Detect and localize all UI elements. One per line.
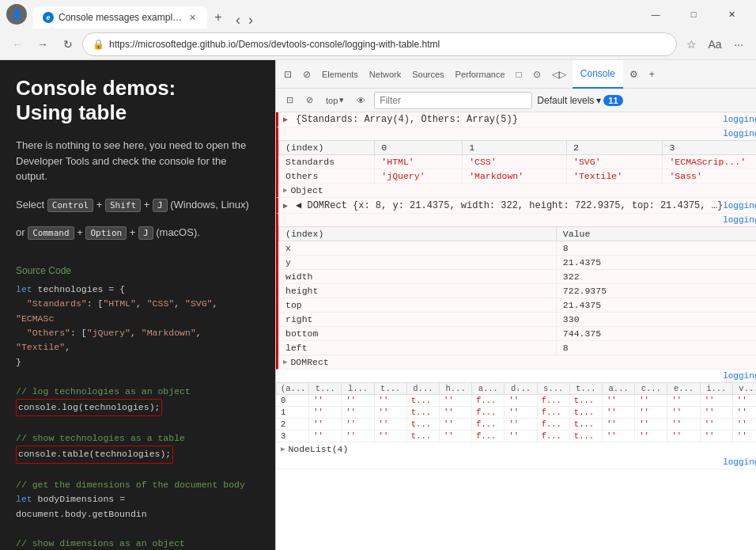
col-header-3: 3 — [663, 141, 756, 155]
no-cache-button[interactable]: ⊘ — [298, 64, 316, 85]
entry-4-link[interactable]: logging-with-table.html:32 — [723, 215, 756, 225]
row-key: x — [279, 241, 557, 256]
col-header-2: 2 — [567, 141, 663, 155]
table-footer[interactable]: ▶ Object — [278, 184, 756, 197]
console-entry-4: logging-with-table.html:32 (index) Value… — [276, 214, 756, 370]
network-tab[interactable]: Network — [365, 64, 406, 85]
expand-icon: ▶ — [281, 445, 285, 453]
browser-chrome: 👤 Console messages examples: Us... ✕ + ‹… — [0, 0, 756, 60]
devtools-toolbar: ⊡ ⊘ Elements Network Sources Performance… — [276, 60, 756, 89]
performance-tab[interactable]: Performance — [451, 64, 510, 85]
table-row: left8 — [279, 341, 757, 355]
entry-5-header: logging-with-table.html:37 — [276, 370, 756, 382]
cell: '' — [440, 395, 472, 407]
table-row: Standards 'HTML' 'CSS' 'SVG' 'ECMAScrip.… — [279, 155, 757, 169]
elements-tab[interactable]: Elements — [317, 64, 363, 85]
nh: e... — [667, 383, 700, 395]
col-header-index: (index) — [279, 227, 557, 241]
read-aloud-button[interactable]: Aa — [704, 33, 726, 55]
entry-1-header[interactable]: ▶ {Standards: Array(4), Others: Array(5)… — [278, 112, 756, 127]
table-row: bottom744.375 — [279, 327, 757, 341]
cell: f... — [537, 407, 569, 419]
address-bar[interactable]: 🔒 https://microsoftedge.github.io/Demos/… — [82, 32, 677, 56]
row-val: 21.4375 — [556, 256, 756, 270]
active-tab[interactable]: Console messages examples: Us... ✕ — [33, 6, 207, 28]
table-header-row: (index) 0 1 2 3 4 — [279, 141, 757, 155]
entry-1-link[interactable]: logging-with-table.html:23 — [723, 115, 756, 124]
cell: f... — [537, 419, 569, 431]
cell: '' — [732, 407, 756, 419]
refresh-button[interactable]: ↻ — [57, 33, 79, 55]
close-tab-button[interactable]: ✕ — [187, 11, 198, 25]
eye-button[interactable]: 👁 — [353, 92, 369, 109]
entry-5-link-bottom[interactable]: logging-with-table.html:39 — [723, 457, 756, 467]
default-levels-dropdown[interactable]: Default levels ▾ 11 — [537, 95, 622, 106]
cell: t... — [569, 431, 602, 442]
back-button[interactable]: ← — [6, 33, 28, 55]
console-pin-button[interactable]: ⊡ — [282, 92, 297, 109]
memory-tab[interactable]: □ — [512, 64, 527, 85]
row-key: bottom — [279, 327, 557, 341]
more-tools-button[interactable]: + — [644, 64, 660, 85]
code-line: "Others": ["jQuery", "Markdown", "Textil… — [16, 326, 259, 355]
cell: 'CSS' — [463, 155, 567, 169]
console-output: ▶ {Standards: Array(4), Others: Array(5)… — [276, 112, 756, 550]
table-row: width322 — [279, 270, 757, 284]
code-line: let technologies = { — [16, 283, 259, 297]
cell: 1 — [277, 407, 309, 419]
profile-icon[interactable]: 👤 — [6, 4, 27, 25]
entry-3-header[interactable]: ▶ ◀ DOMRect {x: 8, y: 21.4375, width: 32… — [278, 198, 756, 213]
cell: 'SVG' — [567, 155, 663, 169]
table-footer[interactable]: ▶ DOMRect — [278, 355, 756, 369]
tab-favicon — [43, 12, 54, 23]
devtools-settings-button[interactable]: ⚙ — [625, 64, 643, 85]
nh: s... — [537, 383, 569, 395]
nh: a... — [472, 383, 505, 395]
nodelist-footer[interactable]: ▶ NodeList(4) — [276, 442, 756, 456]
nh: (a... — [277, 383, 309, 395]
code-line — [16, 370, 259, 384]
table-row: x8 — [279, 241, 757, 256]
clear-console-button[interactable]: ⊘ — [302, 92, 317, 109]
security-tab[interactable]: ◁▷ — [547, 64, 571, 85]
new-tab-button[interactable]: + — [207, 6, 229, 28]
cell: t... — [406, 407, 439, 419]
code-line-highlighted: console.table(technologies); — [16, 446, 259, 463]
cell: 'ECMAScrip...' — [663, 155, 756, 169]
col-header-1: 1 — [463, 141, 567, 155]
code-block: let technologies = { "Standards": ["HTML… — [16, 283, 259, 550]
cell: t... — [406, 395, 439, 407]
console-tab[interactable]: Console — [573, 60, 623, 89]
shift-key: Shift — [105, 199, 141, 212]
entry-2-link[interactable]: logging-with-table.html:25 — [723, 129, 756, 138]
close-button[interactable]: ✕ — [713, 2, 750, 27]
application-tab[interactable]: ⊙ — [528, 64, 546, 85]
code-line — [16, 464, 259, 478]
filter-input[interactable] — [374, 92, 532, 109]
row-index: Standards — [279, 155, 375, 169]
devtools-toggle-button[interactable]: ⊡ — [279, 64, 297, 85]
favorites-button[interactable]: ☆ — [680, 33, 702, 55]
top-context-selector[interactable]: top ▾ — [322, 92, 348, 109]
forward-button[interactable]: → — [32, 33, 54, 55]
entry-3-text: ◀ DOMRect {x: 8, y: 21.4375, width: 322,… — [296, 199, 723, 211]
source-label: Source Code — [16, 265, 259, 276]
message-count-badge: 11 — [603, 95, 622, 106]
cell: '' — [667, 419, 700, 431]
minimize-button[interactable]: — — [637, 2, 674, 27]
address-text: https://microsoftedge.github.io/Demos/de… — [109, 39, 667, 50]
cell: '' — [505, 419, 537, 431]
entry-4-table: (index) Value x8 y21.4375 width322 heigh… — [278, 226, 756, 369]
entry-3-link[interactable]: logging-with-table.html:30 — [723, 201, 756, 211]
code-line: let bodyDimensions = document.body.getBo… — [16, 492, 259, 522]
nodelist-label: NodeList(4) — [288, 444, 348, 454]
row-val: 8 — [556, 341, 756, 355]
cell: '' — [374, 407, 406, 419]
maximize-button[interactable]: □ — [675, 2, 712, 27]
tab-back-button[interactable]: ‹ — [232, 12, 244, 28]
sources-tab[interactable]: Sources — [407, 64, 448, 85]
cell: 3 — [277, 431, 309, 442]
entry-5-link[interactable]: logging-with-table.html:37 — [723, 371, 756, 381]
more-button[interactable]: ··· — [728, 33, 750, 55]
tab-forward-button[interactable]: › — [245, 12, 256, 28]
